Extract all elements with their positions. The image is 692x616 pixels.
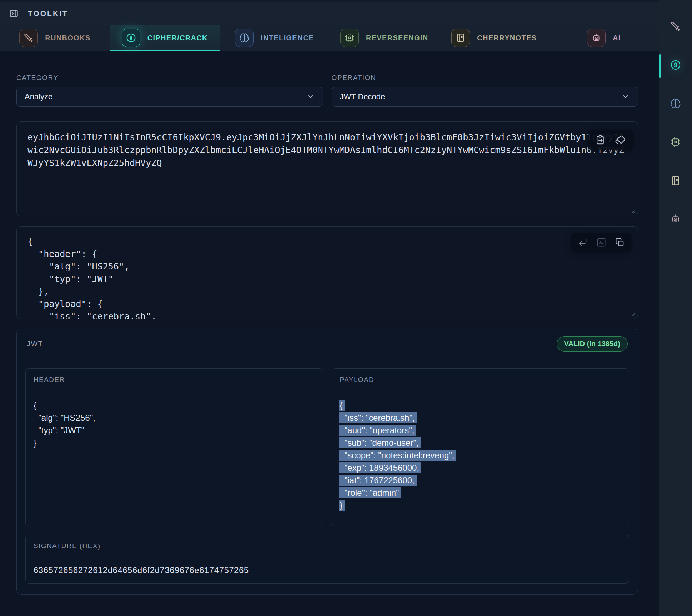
payload-json-line: "sub": "demo-user", <box>340 436 621 449</box>
resize-handle[interactable] <box>628 206 636 214</box>
payload-json-line: "iat": 1767225600, <box>340 474 621 486</box>
main-column: TOOLKIT RUNBOOKS CIPHER/CRACK INTELIGE <box>0 0 659 616</box>
side-rail <box>659 0 692 616</box>
jwt-result-panel: JWT VALID (in 1385d) HEADER { "alg": "HS… <box>16 329 638 595</box>
decode-output: { "header": { "alg": "HS256", "typ": "JW… <box>17 227 638 319</box>
robot-icon[interactable] <box>670 213 681 225</box>
category-label: CATEGORY <box>16 74 323 82</box>
topbar: TOOLKIT <box>0 2 659 25</box>
cipher-crack-panel: CATEGORY Analyze OPERATION JWT Decode <box>0 51 659 616</box>
form-row: CATEGORY Analyze OPERATION JWT Decode <box>16 74 638 107</box>
token-input[interactable]: eyJhbGciOiJIUzI1NiIsInR5cCI6IkpXVCJ9.eyJ… <box>17 122 638 216</box>
chevron-down-icon <box>621 92 630 101</box>
chevron-down-icon <box>306 92 315 101</box>
jwt-grid: HEADER { "alg": "HS256", "typ": "JWT" } … <box>25 368 629 526</box>
copy-icon[interactable] <box>615 237 625 247</box>
jwt-header-content: { "alg": "HS256", "typ": "JWT" } <box>26 391 323 457</box>
payload-json-line: "iss": "cerebra.sh", <box>340 411 621 424</box>
input-hover-toolbar <box>588 130 633 150</box>
cpu-icon <box>340 29 359 47</box>
jwt-signature-box: SIGNATURE (HEX) 636572656272612d64656d6f… <box>25 535 629 584</box>
token-input-box: eyJhbGciOiJIUzI1NiIsInR5cCI6IkpXVCJ9.eyJ… <box>16 121 638 216</box>
jwt-payload-content: { "iss": "cerebra.sh", "aud": "operators… <box>332 391 629 519</box>
tab-cherrynotes[interactable]: CHERRYNOTES <box>439 25 549 51</box>
robot-icon <box>587 29 606 47</box>
jwt-header-box: HEADER { "alg": "HS256", "typ": "JWT" } <box>25 368 323 526</box>
operation-select[interactable]: JWT Decode <box>332 87 638 107</box>
status-badge: VALID (in 1385d) <box>557 336 628 352</box>
eraser-icon[interactable] <box>615 135 626 145</box>
clipboard-export-icon[interactable] <box>595 135 606 145</box>
tab-inteligence[interactable]: INTELIGENCE <box>220 25 330 51</box>
tab-label: REVERSEENGIN <box>366 34 428 42</box>
operation-value: JWT Decode <box>340 92 385 101</box>
return-icon[interactable] <box>578 237 588 247</box>
sword-icon[interactable] <box>670 21 681 32</box>
resize-handle[interactable] <box>628 309 636 317</box>
tab-ai[interactable]: AI <box>549 25 659 51</box>
panel-toggle-icon[interactable] <box>9 9 19 18</box>
tab-reverseengin[interactable]: REVERSEENGIN <box>330 25 440 51</box>
jwt-title: JWT <box>27 340 43 348</box>
brain-icon <box>235 29 254 47</box>
operation-label: OPERATION <box>332 74 638 82</box>
payload-json-line: "role": "admin" <box>340 486 621 499</box>
brain-icon[interactable] <box>670 98 681 109</box>
operation-field: OPERATION JWT Decode <box>332 74 638 107</box>
section-divider <box>16 113 638 113</box>
payload-json-line: "scope": "notes:intel:reveng", <box>340 449 621 461</box>
jwt-header-title: HEADER <box>26 369 323 391</box>
payload-json-line: } <box>340 499 621 511</box>
jwt-header-json: { "alg": "HS256", "typ": "JWT" } <box>34 399 315 449</box>
active-rail-indicator <box>659 54 661 78</box>
tab-cipher-crack[interactable]: CIPHER/CRACK <box>110 25 220 51</box>
app-title: TOOLKIT <box>28 9 68 18</box>
tab-label: CIPHER/CRACK <box>147 34 208 42</box>
jwt-signature-value: 636572656272612d64656d6f2d7369676e617475… <box>26 557 629 583</box>
cpu-icon[interactable] <box>670 136 681 148</box>
tab-label: AI <box>613 34 621 42</box>
jwt-payload-box: PAYLOAD { "iss": "cerebra.sh", "aud": "o… <box>332 368 630 526</box>
payload-json-line: "aud": "operators", <box>340 424 621 436</box>
tab-bar: RUNBOOKS CIPHER/CRACK INTELIGENCE REVERS… <box>0 25 659 51</box>
decode-output-box: { "header": { "alg": "HS256", "typ": "JW… <box>16 226 638 319</box>
category-field: CATEGORY Analyze <box>16 74 323 107</box>
jwt-signature-title: SIGNATURE (HEX) <box>26 535 629 557</box>
terminal-icon[interactable] <box>596 237 606 247</box>
tab-runbooks[interactable]: RUNBOOKS <box>0 25 110 51</box>
toolkit-window: TOOLKIT RUNBOOKS CIPHER/CRACK INTELIGE <box>0 0 692 616</box>
tab-label: INTELIGENCE <box>261 34 314 42</box>
payload-json-line: "exp": 1893456000, <box>340 461 621 474</box>
notebook-icon[interactable] <box>670 175 681 186</box>
jwt-payload-title: PAYLOAD <box>332 369 629 391</box>
lock-keyhole-icon <box>122 29 140 47</box>
jwt-panel-body: HEADER { "alg": "HS256", "typ": "JWT" } … <box>17 359 638 594</box>
jwt-panel-header: JWT VALID (in 1385d) <box>17 329 638 359</box>
sword-icon <box>19 29 38 47</box>
payload-json-line: { <box>340 399 621 411</box>
output-hover-toolbar <box>571 233 631 252</box>
category-value: Analyze <box>25 92 52 101</box>
tab-label: RUNBOOKS <box>45 34 90 42</box>
lock-keyhole-icon[interactable] <box>670 59 681 71</box>
tab-label: CHERRYNOTES <box>477 34 537 42</box>
notebook-icon <box>451 29 470 47</box>
category-select[interactable]: Analyze <box>16 87 323 107</box>
